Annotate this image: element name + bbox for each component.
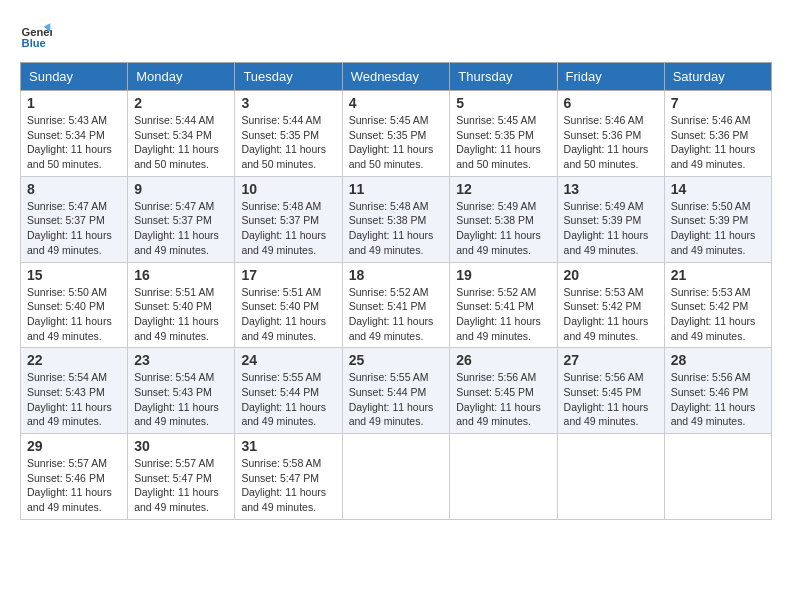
day-number: 16 bbox=[134, 267, 228, 283]
weekday-wednesday: Wednesday bbox=[342, 63, 450, 91]
weekday-saturday: Saturday bbox=[664, 63, 771, 91]
day-number: 25 bbox=[349, 352, 444, 368]
day-number: 2 bbox=[134, 95, 228, 111]
day-info: Sunrise: 5:44 AM Sunset: 5:34 PM Dayligh… bbox=[134, 113, 228, 172]
day-info: Sunrise: 5:56 AM Sunset: 5:45 PM Dayligh… bbox=[564, 370, 658, 429]
day-number: 10 bbox=[241, 181, 335, 197]
day-info: Sunrise: 5:48 AM Sunset: 5:38 PM Dayligh… bbox=[349, 199, 444, 258]
day-info: Sunrise: 5:54 AM Sunset: 5:43 PM Dayligh… bbox=[134, 370, 228, 429]
day-number: 24 bbox=[241, 352, 335, 368]
calendar-table: SundayMondayTuesdayWednesdayThursdayFrid… bbox=[20, 62, 772, 520]
day-number: 3 bbox=[241, 95, 335, 111]
calendar-cell bbox=[664, 434, 771, 520]
weekday-sunday: Sunday bbox=[21, 63, 128, 91]
day-info: Sunrise: 5:49 AM Sunset: 5:39 PM Dayligh… bbox=[564, 199, 658, 258]
day-info: Sunrise: 5:47 AM Sunset: 5:37 PM Dayligh… bbox=[27, 199, 121, 258]
day-number: 14 bbox=[671, 181, 765, 197]
logo-icon: General Blue bbox=[20, 20, 52, 52]
day-number: 22 bbox=[27, 352, 121, 368]
day-info: Sunrise: 5:54 AM Sunset: 5:43 PM Dayligh… bbox=[27, 370, 121, 429]
weekday-friday: Friday bbox=[557, 63, 664, 91]
day-number: 7 bbox=[671, 95, 765, 111]
week-row-2: 8 Sunrise: 5:47 AM Sunset: 5:37 PM Dayli… bbox=[21, 176, 772, 262]
calendar-cell: 20 Sunrise: 5:53 AM Sunset: 5:42 PM Dayl… bbox=[557, 262, 664, 348]
day-info: Sunrise: 5:52 AM Sunset: 5:41 PM Dayligh… bbox=[349, 285, 444, 344]
day-number: 12 bbox=[456, 181, 550, 197]
day-info: Sunrise: 5:58 AM Sunset: 5:47 PM Dayligh… bbox=[241, 456, 335, 515]
day-number: 17 bbox=[241, 267, 335, 283]
calendar-cell: 23 Sunrise: 5:54 AM Sunset: 5:43 PM Dayl… bbox=[128, 348, 235, 434]
calendar-cell: 15 Sunrise: 5:50 AM Sunset: 5:40 PM Dayl… bbox=[21, 262, 128, 348]
day-info: Sunrise: 5:49 AM Sunset: 5:38 PM Dayligh… bbox=[456, 199, 550, 258]
day-info: Sunrise: 5:51 AM Sunset: 5:40 PM Dayligh… bbox=[134, 285, 228, 344]
calendar-cell: 3 Sunrise: 5:44 AM Sunset: 5:35 PM Dayli… bbox=[235, 91, 342, 177]
page-header: General Blue bbox=[20, 20, 772, 52]
day-info: Sunrise: 5:57 AM Sunset: 5:46 PM Dayligh… bbox=[27, 456, 121, 515]
day-number: 15 bbox=[27, 267, 121, 283]
day-number: 8 bbox=[27, 181, 121, 197]
day-number: 4 bbox=[349, 95, 444, 111]
week-row-5: 29 Sunrise: 5:57 AM Sunset: 5:46 PM Dayl… bbox=[21, 434, 772, 520]
calendar-cell: 16 Sunrise: 5:51 AM Sunset: 5:40 PM Dayl… bbox=[128, 262, 235, 348]
week-row-1: 1 Sunrise: 5:43 AM Sunset: 5:34 PM Dayli… bbox=[21, 91, 772, 177]
calendar-cell: 26 Sunrise: 5:56 AM Sunset: 5:45 PM Dayl… bbox=[450, 348, 557, 434]
day-number: 13 bbox=[564, 181, 658, 197]
day-number: 21 bbox=[671, 267, 765, 283]
day-info: Sunrise: 5:55 AM Sunset: 5:44 PM Dayligh… bbox=[349, 370, 444, 429]
day-info: Sunrise: 5:55 AM Sunset: 5:44 PM Dayligh… bbox=[241, 370, 335, 429]
calendar-cell bbox=[557, 434, 664, 520]
day-number: 31 bbox=[241, 438, 335, 454]
calendar-body: 1 Sunrise: 5:43 AM Sunset: 5:34 PM Dayli… bbox=[21, 91, 772, 520]
day-number: 29 bbox=[27, 438, 121, 454]
day-number: 5 bbox=[456, 95, 550, 111]
calendar-cell: 14 Sunrise: 5:50 AM Sunset: 5:39 PM Dayl… bbox=[664, 176, 771, 262]
day-number: 23 bbox=[134, 352, 228, 368]
calendar-cell: 7 Sunrise: 5:46 AM Sunset: 5:36 PM Dayli… bbox=[664, 91, 771, 177]
day-info: Sunrise: 5:47 AM Sunset: 5:37 PM Dayligh… bbox=[134, 199, 228, 258]
weekday-monday: Monday bbox=[128, 63, 235, 91]
calendar-cell: 2 Sunrise: 5:44 AM Sunset: 5:34 PM Dayli… bbox=[128, 91, 235, 177]
calendar-cell: 19 Sunrise: 5:52 AM Sunset: 5:41 PM Dayl… bbox=[450, 262, 557, 348]
calendar-cell: 8 Sunrise: 5:47 AM Sunset: 5:37 PM Dayli… bbox=[21, 176, 128, 262]
day-info: Sunrise: 5:45 AM Sunset: 5:35 PM Dayligh… bbox=[349, 113, 444, 172]
day-info: Sunrise: 5:53 AM Sunset: 5:42 PM Dayligh… bbox=[671, 285, 765, 344]
calendar-cell: 13 Sunrise: 5:49 AM Sunset: 5:39 PM Dayl… bbox=[557, 176, 664, 262]
calendar-cell: 24 Sunrise: 5:55 AM Sunset: 5:44 PM Dayl… bbox=[235, 348, 342, 434]
day-info: Sunrise: 5:46 AM Sunset: 5:36 PM Dayligh… bbox=[564, 113, 658, 172]
day-number: 30 bbox=[134, 438, 228, 454]
svg-text:Blue: Blue bbox=[22, 37, 46, 49]
calendar-cell: 31 Sunrise: 5:58 AM Sunset: 5:47 PM Dayl… bbox=[235, 434, 342, 520]
day-info: Sunrise: 5:44 AM Sunset: 5:35 PM Dayligh… bbox=[241, 113, 335, 172]
calendar-cell: 28 Sunrise: 5:56 AM Sunset: 5:46 PM Dayl… bbox=[664, 348, 771, 434]
day-number: 28 bbox=[671, 352, 765, 368]
calendar-cell: 18 Sunrise: 5:52 AM Sunset: 5:41 PM Dayl… bbox=[342, 262, 450, 348]
calendar-cell: 12 Sunrise: 5:49 AM Sunset: 5:38 PM Dayl… bbox=[450, 176, 557, 262]
day-number: 27 bbox=[564, 352, 658, 368]
day-number: 18 bbox=[349, 267, 444, 283]
weekday-thursday: Thursday bbox=[450, 63, 557, 91]
calendar-cell: 21 Sunrise: 5:53 AM Sunset: 5:42 PM Dayl… bbox=[664, 262, 771, 348]
day-info: Sunrise: 5:50 AM Sunset: 5:39 PM Dayligh… bbox=[671, 199, 765, 258]
day-info: Sunrise: 5:51 AM Sunset: 5:40 PM Dayligh… bbox=[241, 285, 335, 344]
calendar-cell: 1 Sunrise: 5:43 AM Sunset: 5:34 PM Dayli… bbox=[21, 91, 128, 177]
logo: General Blue bbox=[20, 20, 52, 52]
calendar-cell: 25 Sunrise: 5:55 AM Sunset: 5:44 PM Dayl… bbox=[342, 348, 450, 434]
week-row-3: 15 Sunrise: 5:50 AM Sunset: 5:40 PM Dayl… bbox=[21, 262, 772, 348]
day-number: 19 bbox=[456, 267, 550, 283]
day-number: 1 bbox=[27, 95, 121, 111]
calendar-cell: 29 Sunrise: 5:57 AM Sunset: 5:46 PM Dayl… bbox=[21, 434, 128, 520]
day-info: Sunrise: 5:46 AM Sunset: 5:36 PM Dayligh… bbox=[671, 113, 765, 172]
calendar-cell bbox=[342, 434, 450, 520]
day-number: 26 bbox=[456, 352, 550, 368]
day-info: Sunrise: 5:56 AM Sunset: 5:46 PM Dayligh… bbox=[671, 370, 765, 429]
day-info: Sunrise: 5:57 AM Sunset: 5:47 PM Dayligh… bbox=[134, 456, 228, 515]
weekday-tuesday: Tuesday bbox=[235, 63, 342, 91]
calendar-cell: 27 Sunrise: 5:56 AM Sunset: 5:45 PM Dayl… bbox=[557, 348, 664, 434]
day-number: 20 bbox=[564, 267, 658, 283]
day-number: 9 bbox=[134, 181, 228, 197]
calendar-cell: 17 Sunrise: 5:51 AM Sunset: 5:40 PM Dayl… bbox=[235, 262, 342, 348]
day-info: Sunrise: 5:52 AM Sunset: 5:41 PM Dayligh… bbox=[456, 285, 550, 344]
day-info: Sunrise: 5:50 AM Sunset: 5:40 PM Dayligh… bbox=[27, 285, 121, 344]
week-row-4: 22 Sunrise: 5:54 AM Sunset: 5:43 PM Dayl… bbox=[21, 348, 772, 434]
day-info: Sunrise: 5:56 AM Sunset: 5:45 PM Dayligh… bbox=[456, 370, 550, 429]
